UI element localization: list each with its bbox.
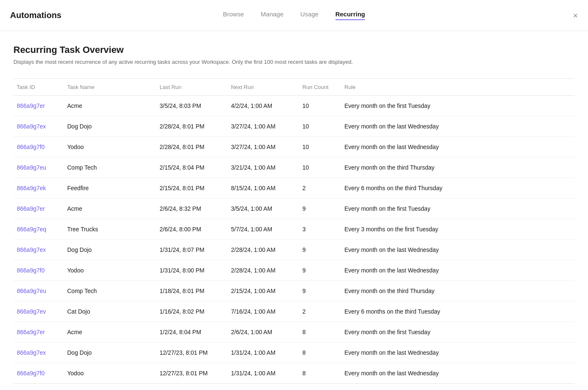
task-id-link[interactable]: 866a9g7er [17,102,45,109]
app-title: Automations [10,10,61,20]
task-name-cell: Acme [64,322,156,343]
table-row: 866a9g7euComp Tech1/18/24, 8:01 PM2/15/2… [13,281,575,301]
table-row: 866a9g7eqTree Trucks2/6/24, 8:00 PM5/7/2… [13,219,575,240]
rule-cell: Every month on the last Wednesday [341,137,575,157]
table-row: 866a9g7exDog Dojo1/31/24, 8:07 PM2/28/24… [13,240,575,260]
rule-cell: Every 6 months on the third Thursday [341,178,575,199]
task-id-link[interactable]: 866a9g7f0 [17,144,45,150]
col-header-task-name: Task Name [64,79,156,96]
table-row: 866a9g7erAcme3/5/24, 8:03 PM4/2/24, 1:00… [13,96,575,116]
table-row: 866a9g7erAcme1/2/24, 8:04 PM2/6/24, 1:00… [13,322,575,343]
task-id-link[interactable]: 866a9g7ek [17,185,46,191]
task-id-link[interactable]: 866a9g7eq [17,226,46,233]
task-name-cell: Yodoo [64,363,156,384]
next-run-cell: 2/28/24, 1:00 AM [228,240,299,260]
last-run-cell: 12/27/23, 8:01 PM [156,343,228,363]
task-id-link[interactable]: 866a9g7f0 [17,267,45,274]
table-row: 866a9g7exDog Dojo12/27/23, 8:01 PM1/31/2… [13,343,575,363]
close-button[interactable]: × [573,11,578,20]
task-name-cell: Acme [64,96,156,116]
table-row: 866a9g7exDog Dojo2/28/24, 8:01 PM3/27/24… [13,116,575,137]
recurring-table: Task ID Task Name Last Run Next Run Run … [13,79,575,384]
header: Automations Browse Manage Usage Recurrin… [0,0,588,31]
next-run-cell: 3/21/24, 1:00 AM [228,157,299,178]
last-run-cell: 12/27/23, 8:01 PM [156,363,228,384]
next-run-cell: 4/2/24, 1:00 AM [228,96,299,116]
last-run-cell: 2/6/24, 8:00 PM [156,219,228,240]
tab-browse[interactable]: Browse [223,10,244,20]
tab-manage[interactable]: Manage [261,10,284,20]
task-name-cell: Dog Dojo [64,240,156,260]
task-name-cell: Dog Dojo [64,116,156,137]
next-run-cell: 7/16/24, 1:00 AM [228,301,299,322]
last-run-cell: 2/28/24, 8:01 PM [156,137,228,157]
task-name-cell: Dog Dojo [64,343,156,363]
next-run-cell: 8/15/24, 1:00 AM [228,178,299,199]
last-run-cell: 2/15/24, 8:04 PM [156,157,228,178]
last-run-cell: 1/16/24, 8:02 PM [156,301,228,322]
next-run-cell: 3/27/24, 1:00 AM [228,116,299,137]
table-row: 866a9g7euComp Tech2/15/24, 8:04 PM3/21/2… [13,157,575,178]
page-description: Displays the most recent recurrence of a… [13,59,575,65]
col-header-task-id: Task ID [13,79,64,96]
tab-recurring[interactable]: Recurring [335,10,365,20]
task-id-link[interactable]: 866a9g7ex [17,349,46,356]
task-name-cell: Comp Tech [64,157,156,178]
run-count-cell: 8 [299,363,341,384]
next-run-cell: 5/7/24, 1:00 AM [228,219,299,240]
run-count-cell: 9 [299,199,341,219]
task-id-link[interactable]: 866a9g7ev [17,308,46,315]
task-name-cell: Acme [64,199,156,219]
task-id-link[interactable]: 866a9g7eu [17,164,46,171]
last-run-cell: 1/31/24, 8:00 PM [156,260,228,281]
rule-cell: Every month on the third Thursday [341,157,575,178]
task-id-link[interactable]: 866a9g7f0 [17,370,45,377]
rule-cell: Every month on the first Tuesday [341,199,575,219]
next-run-cell: 3/27/24, 1:00 AM [228,137,299,157]
run-count-cell: 9 [299,260,341,281]
last-run-cell: 1/31/24, 8:07 PM [156,240,228,260]
last-run-cell: 1/18/24, 8:01 PM [156,281,228,301]
run-count-cell: 9 [299,240,341,260]
rule-cell: Every month on the first Tuesday [341,96,575,116]
last-run-cell: 1/2/24, 8:04 PM [156,322,228,343]
table-row: 866a9g7f0Yodoo2/28/24, 8:01 PM3/27/24, 1… [13,137,575,157]
col-header-last-run: Last Run [156,79,228,96]
rule-cell: Every month on the last Wednesday [341,116,575,137]
main-content: Recurring Task Overview Displays the mos… [0,31,588,390]
table-row: 866a9g7erAcme2/6/24, 8:32 PM3/5/24, 1:00… [13,199,575,219]
task-name-cell: Comp Tech [64,281,156,301]
col-header-rule: Rule [341,79,575,96]
table-row: 866a9g7ekFeedfire2/15/24, 8:01 PM8/15/24… [13,178,575,199]
rule-cell: Every month on the last Wednesday [341,363,575,384]
task-id-link[interactable]: 866a9g7ex [17,246,46,253]
task-id-link[interactable]: 866a9g7eu [17,288,46,294]
run-count-cell: 10 [299,157,341,178]
task-name-cell: Yodoo [64,260,156,281]
next-run-cell: 2/28/24, 1:00 AM [228,260,299,281]
rule-cell: Every 3 months on the first Tuesday [341,219,575,240]
run-count-cell: 2 [299,301,341,322]
run-count-cell: 10 [299,96,341,116]
nav-tabs: Browse Manage Usage Recurring [223,10,365,20]
tab-usage[interactable]: Usage [300,10,318,20]
next-run-cell: 2/15/24, 1:00 AM [228,281,299,301]
task-id-link[interactable]: 866a9g7er [17,205,45,212]
task-name-cell: Tree Trucks [64,219,156,240]
rule-cell: Every month on the last Wednesday [341,343,575,363]
rule-cell: Every 6 months on the third Tuesday [341,301,575,322]
task-name-cell: Yodoo [64,137,156,157]
run-count-cell: 8 [299,322,341,343]
col-header-run-count: Run Count [299,79,341,96]
task-name-cell: Feedfire [64,178,156,199]
table-container: Task ID Task Name Last Run Next Run Run … [13,79,575,384]
page-title: Recurring Task Overview [13,44,575,55]
next-run-cell: 2/6/24, 1:00 AM [228,322,299,343]
next-run-cell: 1/31/24, 1:00 AM [228,343,299,363]
table-header-row: Task ID Task Name Last Run Next Run Run … [13,79,575,96]
app-container: Automations Browse Manage Usage Recurrin… [0,0,588,390]
task-id-link[interactable]: 866a9g7er [17,329,45,335]
task-id-link[interactable]: 866a9g7ex [17,123,46,130]
last-run-cell: 2/28/24, 8:01 PM [156,116,228,137]
run-count-cell: 2 [299,178,341,199]
